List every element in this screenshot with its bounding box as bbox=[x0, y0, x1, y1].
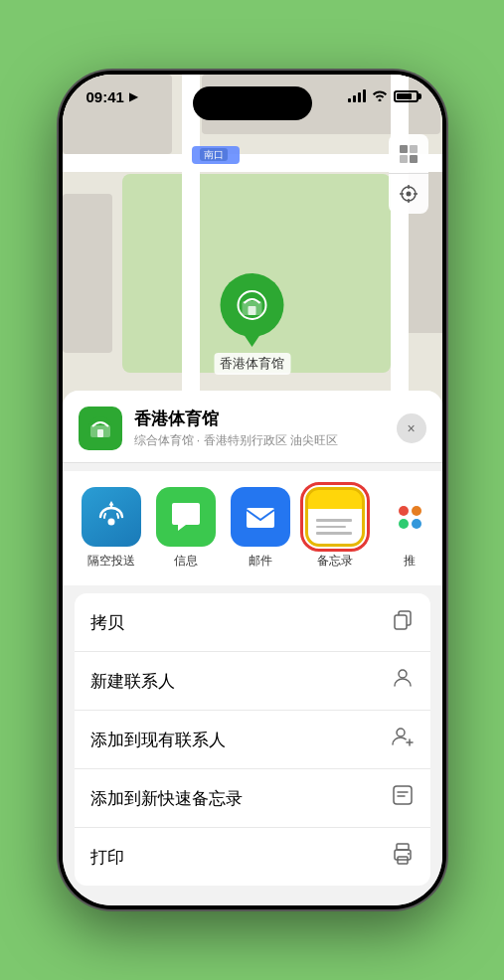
action-new-contact[interactable]: 新建联系人 bbox=[75, 652, 430, 711]
svg-rect-19 bbox=[247, 508, 274, 528]
location-name: 香港体育馆 bbox=[134, 408, 397, 430]
location-info: 香港体育馆 综合体育馆 · 香港特别行政区 油尖旺区 bbox=[134, 408, 397, 449]
person-icon bbox=[391, 666, 415, 696]
map-type-button[interactable] bbox=[389, 134, 428, 174]
action-add-contact[interactable]: 添加到现有联系人 bbox=[75, 711, 430, 769]
pin-label: 香港体育馆 bbox=[214, 353, 290, 375]
person-add-icon bbox=[391, 725, 415, 754]
location-arrow-icon: ▶ bbox=[129, 90, 137, 103]
svg-point-22 bbox=[399, 670, 407, 678]
notes-label: 备忘录 bbox=[317, 553, 353, 570]
svg-rect-29 bbox=[397, 844, 409, 850]
svg-rect-4 bbox=[410, 145, 418, 153]
status-icons bbox=[348, 88, 419, 104]
note-icon bbox=[391, 783, 415, 813]
svg-marker-18 bbox=[109, 501, 114, 506]
svg-rect-15 bbox=[97, 429, 103, 437]
road-label: 南口 bbox=[192, 146, 240, 164]
time-label: 09:41 bbox=[86, 88, 124, 105]
svg-rect-2 bbox=[249, 306, 256, 315]
print-icon bbox=[391, 842, 415, 872]
action-print[interactable]: 打印 bbox=[75, 828, 430, 886]
bottom-sheet: 香港体育馆 综合体育馆 · 香港特别行政区 油尖旺区 × bbox=[63, 391, 442, 905]
action-copy[interactable]: 拷贝 bbox=[75, 593, 430, 652]
notes-icon bbox=[305, 487, 365, 547]
print-label: 打印 bbox=[90, 846, 124, 869]
share-app-more[interactable]: 推 bbox=[373, 487, 442, 570]
location-desc: 综合体育馆 · 香港特别行政区 油尖旺区 bbox=[134, 432, 397, 449]
location-header: 香港体育馆 综合体育馆 · 香港特别行政区 油尖旺区 × bbox=[63, 391, 442, 463]
svg-rect-6 bbox=[410, 155, 418, 163]
signal-icon bbox=[348, 90, 366, 102]
mail-icon bbox=[231, 487, 290, 547]
map-controls bbox=[389, 134, 428, 214]
dynamic-island bbox=[193, 86, 312, 120]
messages-label: 信息 bbox=[174, 553, 198, 570]
battery-icon bbox=[394, 90, 419, 102]
svg-rect-26 bbox=[394, 786, 412, 804]
svg-rect-5 bbox=[400, 155, 408, 163]
svg-point-32 bbox=[408, 853, 410, 855]
mail-label: 邮件 bbox=[249, 553, 272, 570]
add-contact-label: 添加到现有联系人 bbox=[90, 729, 226, 751]
svg-point-23 bbox=[397, 729, 405, 736]
svg-point-12 bbox=[406, 192, 411, 197]
svg-rect-21 bbox=[395, 615, 407, 629]
phone-screen: 09:41 ▶ bbox=[63, 75, 442, 905]
location-venue-icon bbox=[79, 407, 122, 450]
svg-point-16 bbox=[108, 519, 115, 526]
phone-frame: 09:41 ▶ bbox=[59, 71, 446, 909]
action-list: 拷贝 新建联系人 bbox=[75, 593, 430, 886]
location-pin: 香港体育馆 bbox=[214, 273, 290, 375]
share-app-messages[interactable]: 信息 bbox=[149, 487, 224, 570]
share-app-airdrop[interactable]: 隔空投送 bbox=[75, 487, 149, 570]
airdrop-label: 隔空投送 bbox=[87, 553, 135, 570]
new-contact-label: 新建联系人 bbox=[90, 670, 175, 693]
pin-circle bbox=[221, 273, 284, 337]
messages-icon bbox=[156, 487, 216, 547]
copy-label: 拷贝 bbox=[90, 611, 124, 634]
quick-note-label: 添加到新快速备忘录 bbox=[90, 787, 243, 810]
share-app-notes[interactable]: 备忘录 bbox=[298, 487, 373, 570]
airdrop-icon bbox=[82, 487, 141, 547]
svg-rect-3 bbox=[400, 145, 408, 153]
action-quick-note[interactable]: 添加到新快速备忘录 bbox=[75, 769, 430, 828]
close-button[interactable]: × bbox=[397, 413, 426, 443]
location-button[interactable] bbox=[389, 174, 428, 214]
wifi-icon bbox=[372, 88, 388, 104]
status-time: 09:41 ▶ bbox=[86, 88, 137, 105]
share-app-mail[interactable]: 邮件 bbox=[224, 487, 298, 570]
share-apps-row: 隔空投送 信息 bbox=[63, 471, 442, 585]
more-label: 推 bbox=[404, 553, 416, 570]
copy-icon bbox=[391, 607, 415, 637]
